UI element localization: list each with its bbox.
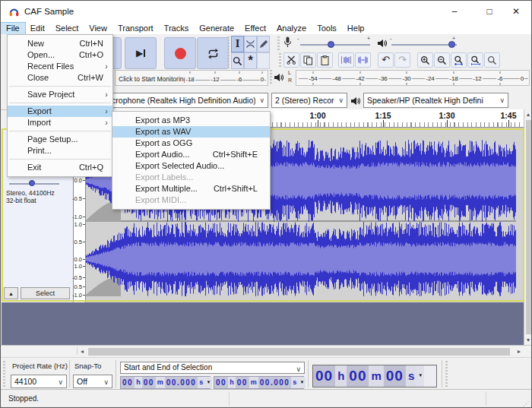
menu-item-export-as-wav[interactable]: Export as WAV <box>112 126 270 138</box>
audio-position-display[interactable]: 00h00m00s▼ <box>312 365 437 387</box>
record-button[interactable] <box>164 37 196 69</box>
recording-meter[interactable]: Click to Start Monitoring -18 -12 -6 0 <box>115 70 268 86</box>
zoom-toggle-button[interactable] <box>484 52 500 68</box>
playback-volume-slider[interactable] <box>391 44 457 46</box>
tools-toolbar-grip[interactable] <box>227 36 230 68</box>
menu-select[interactable]: Select <box>50 23 84 34</box>
menu-item-export[interactable]: Export› <box>8 106 112 117</box>
menu-edit[interactable]: Edit <box>25 23 50 34</box>
loop-button[interactable] <box>197 37 229 69</box>
minimize-button[interactable]: – <box>438 1 471 23</box>
menu-tools[interactable]: Tools <box>312 23 342 34</box>
envelope-tool[interactable] <box>244 36 257 52</box>
playback-meter-grip[interactable] <box>270 70 272 85</box>
trim-audio-button[interactable] <box>338 52 354 68</box>
undo-button[interactable]: ↶ <box>378 52 394 68</box>
recording-channels-select[interactable]: 2 (Stereo) Recording Chann <box>271 93 347 108</box>
meter-tick-label: -6 <box>236 76 242 83</box>
silence-audio-button[interactable] <box>355 52 371 68</box>
draw-tool[interactable] <box>257 36 270 52</box>
playback-meter[interactable]: -54 -48 -42 -36 -30 -24 -18 -12 -6 0 <box>296 70 530 86</box>
menu-item-recent-files[interactable]: Recent Files› <box>8 61 112 72</box>
monitoring-label[interactable]: Click to Start Monitoring <box>119 75 188 83</box>
menu-help[interactable]: Help <box>342 23 370 34</box>
menu-item-export-audio[interactable]: Export Audio...Ctrl+Shift+E <box>112 149 270 160</box>
selection-toolbar-grip[interactable] <box>3 361 5 387</box>
recording-volume-slider[interactable] <box>300 44 370 46</box>
time-digits[interactable]: 00 <box>214 377 228 388</box>
zoom-out-icon <box>437 55 447 65</box>
menu-effect[interactable]: Effect <box>239 23 271 34</box>
redo-button[interactable]: ↷ <box>394 52 410 68</box>
paste-button[interactable] <box>317 52 333 68</box>
resize-grip[interactable]: ⋰ <box>523 400 529 407</box>
menu-item-page-setup[interactable]: Page Setup... <box>8 134 112 145</box>
position-dropdown-arrow[interactable]: ▼ <box>416 365 424 387</box>
menu-item-print[interactable]: Print... <box>8 145 112 157</box>
zoom-tool[interactable] <box>231 52 244 69</box>
menu-tracks[interactable]: Tracks <box>159 23 195 34</box>
time-digits[interactable]: 00 <box>236 377 249 388</box>
multi-tool[interactable]: * <box>244 52 257 69</box>
horizontal-scrollbar[interactable]: ◂ ▸ <box>1 345 532 357</box>
horizontal-scrollbar-thumb[interactable] <box>88 348 510 356</box>
fit-selection-button[interactable] <box>451 52 467 68</box>
menu-analyze[interactable]: Analyze <box>271 23 312 34</box>
menu-item-save-project[interactable]: Save Project› <box>8 89 112 100</box>
scroll-down-arrow[interactable]: ▾ <box>524 337 532 343</box>
menu-generate[interactable]: Generate <box>194 23 239 34</box>
snap-to-select[interactable]: Off <box>73 375 112 388</box>
scroll-left-arrow[interactable]: ◂ <box>77 348 87 355</box>
copy-button[interactable] <box>300 52 316 68</box>
menu-item-close[interactable]: CloseCtrl+W <box>8 72 112 84</box>
playback-volume-minus: - <box>390 36 391 41</box>
scroll-up-arrow[interactable]: ▴ <box>524 111 532 118</box>
menu-item-export-as-mp3[interactable]: Export as MP3 <box>112 115 270 126</box>
vertical-scrollbar[interactable]: ▴ ▾ <box>524 109 532 345</box>
selection-start-time-field[interactable]: 00h00m00.000s▼ <box>120 376 211 389</box>
zoom-in-button[interactable] <box>417 52 433 68</box>
time-field-dropdown-arrow[interactable]: ▼ <box>204 377 212 388</box>
close-button[interactable]: ✕ <box>499 1 532 23</box>
vertical-scrollbar-thumb[interactable] <box>526 120 531 334</box>
time-field-dropdown-arrow[interactable]: ▼ <box>298 377 306 388</box>
playback-meter-speaker-icon[interactable] <box>274 71 284 85</box>
zoom-out-button[interactable] <box>434 52 450 68</box>
time-digits[interactable]: 00 <box>121 377 135 388</box>
position-digits[interactable]: 00 <box>347 365 369 387</box>
menu-item-export-selected-audio[interactable]: Export Selected Audio... <box>112 160 270 172</box>
position-digits[interactable]: 00 <box>384 365 406 387</box>
menu-file[interactable]: File <box>1 23 25 34</box>
menu-item-open[interactable]: Open...Ctrl+O <box>8 49 112 61</box>
recording-volume-thumb[interactable] <box>328 41 334 48</box>
playback-volume-thumb[interactable] <box>448 41 455 48</box>
recording-volume-plus: + <box>367 36 370 41</box>
scroll-right-arrow[interactable]: ▸ <box>515 348 524 355</box>
menu-item-export-multiple[interactable]: Export Multiple...Ctrl+Shift+L <box>112 183 270 195</box>
menu-view[interactable]: View <box>84 23 112 34</box>
menu-item-export-as-ogg[interactable]: Export as OGG <box>112 138 270 149</box>
menu-item-new[interactable]: NewCtrl+N <box>8 38 112 49</box>
playback-device-select[interactable]: Speaker/HP (Realtek High Defini <box>363 93 508 108</box>
fit-project-button[interactable] <box>467 52 483 68</box>
audacity-logo-icon <box>8 6 20 21</box>
time-digits[interactable]: 00.000 <box>258 377 292 388</box>
mixer-toolbar-grip[interactable] <box>277 36 280 50</box>
time-digits[interactable]: 00 <box>142 377 156 388</box>
selection-end-time-field[interactable]: 00h00m00.000s▼ <box>214 376 304 389</box>
project-rate-select[interactable]: 44100 <box>11 375 67 388</box>
empty-track-area[interactable] <box>2 302 524 345</box>
menu-item-import[interactable]: Import› <box>8 117 112 128</box>
recording-device-select[interactable]: Microphone (Realtek High Definition Audi… <box>100 93 268 108</box>
position-digits[interactable]: 00 <box>313 365 335 387</box>
edit-toolbar-grip[interactable] <box>279 53 281 67</box>
selection-mode-select[interactable]: Start and End of Selection <box>120 362 305 374</box>
menu-item-exit[interactable]: ExitCtrl+Q <box>8 162 112 173</box>
menu-transport[interactable]: Transport <box>112 23 159 34</box>
time-digits[interactable]: 00.000 <box>165 377 198 388</box>
skip-to-end-button[interactable]: ▶ <box>125 37 157 69</box>
menu-separator <box>9 86 111 87</box>
time-toolbar-grip[interactable] <box>445 361 448 387</box>
selection-tool[interactable]: I <box>231 36 244 52</box>
cut-button[interactable] <box>283 52 299 68</box>
